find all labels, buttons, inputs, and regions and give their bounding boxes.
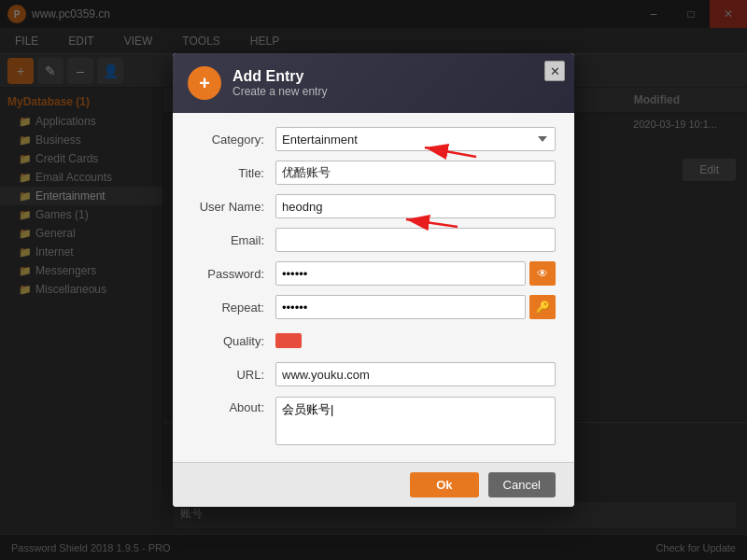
- url-row: URL:: [191, 361, 556, 387]
- password-field-group: 👁: [275, 261, 556, 286]
- quality-label: Quality:: [191, 334, 275, 348]
- modal-title: Add Entry: [233, 68, 327, 85]
- email-row: Email:: [191, 227, 556, 253]
- password-input[interactable]: [275, 261, 526, 286]
- category-label: Category:: [191, 133, 275, 147]
- username-label: User Name:: [191, 200, 275, 214]
- cancel-button[interactable]: Cancel: [488, 472, 556, 497]
- email-label: Email:: [191, 233, 275, 247]
- modal-header: + Add Entry Create a new entry ✕: [173, 53, 574, 113]
- modal-overlay: + Add Entry Create a new entry ✕ Categor…: [0, 0, 747, 560]
- quality-row: Quality:: [191, 328, 556, 354]
- add-entry-dialog: + Add Entry Create a new entry ✕ Categor…: [173, 53, 574, 507]
- category-row: Category: Entertainment Applications Bus…: [191, 126, 556, 152]
- email-input[interactable]: [275, 228, 556, 252]
- repeat-toggle-button[interactable]: 🔑: [529, 295, 556, 319]
- about-label: About:: [191, 397, 275, 414]
- password-row: Password: 👁: [191, 260, 556, 287]
- username-row: User Name:: [191, 193, 556, 219]
- title-input[interactable]: [275, 161, 556, 185]
- repeat-label: Repeat:: [191, 301, 275, 315]
- quality-bar: [275, 333, 302, 348]
- modal-title-group: Add Entry Create a new entry: [233, 68, 327, 98]
- password-label: Password:: [191, 267, 275, 281]
- repeat-row: Repeat: 🔑: [191, 294, 556, 320]
- category-select[interactable]: Entertainment Applications Business Cred…: [275, 127, 556, 151]
- modal-subtitle: Create a new entry: [233, 85, 327, 98]
- repeat-input[interactable]: [275, 295, 526, 319]
- repeat-field-group: 🔑: [275, 295, 556, 319]
- about-row: About: 会员账号|: [191, 395, 556, 445]
- username-input[interactable]: [275, 194, 556, 218]
- app-window: P www.pc0359.cn – □ ✕ FILE EDIT VIEW TOO…: [0, 0, 747, 560]
- ok-button[interactable]: Ok: [410, 472, 478, 497]
- title-label: Title:: [191, 166, 275, 180]
- password-toggle-button[interactable]: 👁: [529, 261, 556, 286]
- modal-close-button[interactable]: ✕: [544, 61, 565, 81]
- modal-footer: Ok Cancel: [173, 462, 574, 507]
- url-label: URL:: [191, 368, 275, 382]
- modal-body: Category: Entertainment Applications Bus…: [173, 113, 574, 462]
- title-row: Title:: [191, 160, 556, 186]
- url-input[interactable]: [275, 362, 556, 386]
- about-textarea[interactable]: 会员账号|: [275, 397, 556, 445]
- modal-icon: +: [188, 66, 221, 100]
